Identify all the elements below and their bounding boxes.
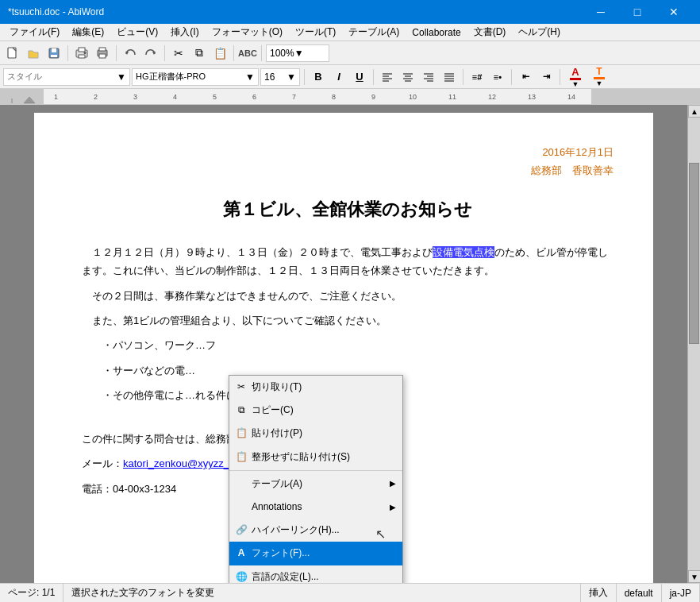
menu-insert[interactable]: 挿入(I) (164, 24, 205, 41)
size-arrow[interactable]: ▼ (287, 71, 296, 83)
close-button[interactable]: ✕ (656, 0, 692, 24)
window-controls: ─ □ ✕ (583, 0, 692, 24)
svg-text:14: 14 (567, 93, 575, 101)
font-color-button[interactable]: A ▼ (564, 68, 587, 87)
svg-rect-29 (0, 89, 44, 105)
svg-rect-30 (591, 89, 700, 105)
spellcheck-button[interactable]: ABC (238, 44, 257, 63)
document-title: 第１ビル、全館休業のお知らせ (82, 195, 613, 223)
ctx-language[interactable]: 🌐 言語の設定(L)... (229, 565, 402, 584)
lang-cell: ja-JP (662, 584, 700, 602)
separator2 (116, 45, 117, 61)
redo-button[interactable] (141, 44, 160, 63)
scroll-down-button[interactable]: ▼ (688, 570, 700, 583)
save-button[interactable] (44, 44, 63, 63)
svg-text:2: 2 (94, 93, 98, 101)
style-combo[interactable]: スタイル ▼ (3, 68, 130, 86)
copy-button[interactable]: ⧉ (190, 44, 209, 63)
svg-text:4: 4 (173, 93, 177, 101)
page-info: ページ: 1/1 (8, 586, 55, 600)
status-text: 選択された文字のフォントを変更 (71, 586, 214, 600)
print-preview-button[interactable] (72, 44, 91, 63)
print-button[interactable] (93, 44, 112, 63)
ruler-canvas: 1 2 3 4 5 6 7 8 9 10 11 12 13 14 (0, 89, 700, 105)
open-button[interactable] (24, 44, 43, 63)
insert-mode-cell: 挿入 (581, 584, 617, 602)
style-value: スタイル (7, 71, 42, 83)
ctx-annotations-arrow: ▶ (390, 501, 396, 514)
date-line1: 2016年12月1日 (82, 145, 613, 161)
minimize-button[interactable]: ─ (583, 0, 619, 24)
sep-fmt5 (560, 69, 560, 85)
scrollbar-vertical[interactable]: ▲ ▼ (687, 105, 700, 583)
scroll-up-button[interactable]: ▲ (688, 105, 700, 118)
ctx-font[interactable]: A フォント(F)... (229, 542, 402, 565)
menu-edit[interactable]: 編集(E) (66, 24, 110, 41)
indent-dec-button[interactable]: ⇤ (516, 68, 535, 87)
svg-text:5: 5 (213, 93, 217, 101)
scroll-track[interactable] (688, 118, 700, 570)
svg-text:3: 3 (133, 93, 137, 101)
menu-document[interactable]: 文書(D) (467, 24, 513, 41)
sep-fmt1 (304, 69, 305, 85)
copy-icon: ⧉ (234, 403, 248, 418)
paste-button[interactable]: 📋 (210, 44, 229, 63)
menu-format[interactable]: フォーマット(O) (206, 24, 289, 41)
justify-button[interactable] (440, 68, 459, 87)
status-bar: ページ: 1/1 選択された文字のフォントを変更 挿入 default ja-J… (0, 583, 700, 602)
align-right-button[interactable] (419, 68, 438, 87)
align-center-button[interactable] (398, 68, 417, 87)
sep-fmt4 (511, 69, 512, 85)
style-arrow[interactable]: ▼ (117, 71, 126, 83)
indent-inc-button[interactable]: ⇥ (537, 68, 556, 87)
menu-table[interactable]: テーブル(A) (342, 24, 406, 41)
paste-icon: 📋 (234, 426, 248, 441)
svg-rect-3 (51, 55, 57, 57)
ctx-hyperlink[interactable]: 🔗 ハイパーリンク(H)... (229, 519, 402, 542)
ctx-copy-label: コピー(C) (252, 403, 294, 418)
ctx-paste-unformatted[interactable]: 📋 整形せずに貼り付け(S) (229, 446, 402, 469)
numbering-button[interactable]: ≡# (467, 68, 487, 87)
menu-collaborate[interactable]: Collaborate (406, 25, 467, 40)
bold-button[interactable]: B (309, 68, 328, 87)
italic-button[interactable]: I (329, 68, 348, 87)
context-menu: ✂ 切り取り(T) ⧉ コピー(C) 📋 貼り付け(P) 📋 整形せずに貼り付け… (229, 375, 403, 583)
svg-text:12: 12 (488, 93, 496, 101)
paragraph1: １２月１２日（月）９時より、１３日（金）２０時まで、電気工事および設備電気点検の… (82, 243, 613, 280)
ctx-paste[interactable]: 📋 貼り付け(P) (229, 422, 402, 445)
ctx-table[interactable]: テーブル(A) ▶ (229, 473, 402, 496)
menu-view[interactable]: ビュー(V) (110, 24, 164, 41)
zoom-arrow[interactable]: ▼ (294, 48, 304, 59)
separator1 (67, 45, 68, 61)
font-combo[interactable]: HG正楷書体-PRO ▼ (132, 68, 259, 86)
new-button[interactable] (3, 44, 22, 63)
bullets-button[interactable]: ≡• (488, 68, 507, 87)
menu-tools[interactable]: ツール(T) (289, 24, 342, 41)
ctx-cut[interactable]: ✂ 切り取り(T) (229, 376, 402, 399)
ctx-table-label: テーブル(A) (252, 477, 302, 492)
separator5 (261, 45, 262, 61)
ctx-copy[interactable]: ⧉ コピー(C) (229, 399, 402, 422)
menu-file[interactable]: ファイル(F) (3, 24, 66, 41)
undo-button[interactable] (121, 44, 140, 63)
status-text-cell: 選択された文字のフォントを変更 (63, 584, 580, 602)
sep-fmt3 (463, 69, 463, 85)
cut-button[interactable]: ✂ (169, 44, 188, 63)
zoom-combo[interactable]: 100% ▼ (266, 44, 329, 62)
svg-rect-2 (52, 48, 56, 52)
menu-bar: ファイル(F) 編集(E) ビュー(V) 挿入(I) フォーマット(O) ツール… (0, 24, 700, 41)
ctx-annotations[interactable]: Annotations ▶ (229, 496, 402, 519)
svg-text:11: 11 (448, 93, 456, 101)
align-left-button[interactable] (378, 68, 397, 87)
maximize-button[interactable]: □ (619, 0, 656, 24)
ctx-table-arrow: ▶ (390, 477, 396, 490)
scroll-thumb[interactable] (689, 163, 699, 344)
font-icon: A (234, 546, 248, 561)
font-value: HG正楷書体-PRO (136, 71, 206, 83)
underline-button[interactable]: U (350, 68, 369, 87)
font-arrow[interactable]: ▼ (245, 71, 255, 83)
menu-help[interactable]: ヘルプ(H) (512, 24, 567, 41)
highlight-color-button[interactable]: T ▼ (588, 68, 610, 87)
paragraph2: その２日間は、事務作業などはできませんので、ご注意ください。 (82, 287, 613, 305)
size-combo[interactable]: 16 ▼ (260, 68, 300, 86)
